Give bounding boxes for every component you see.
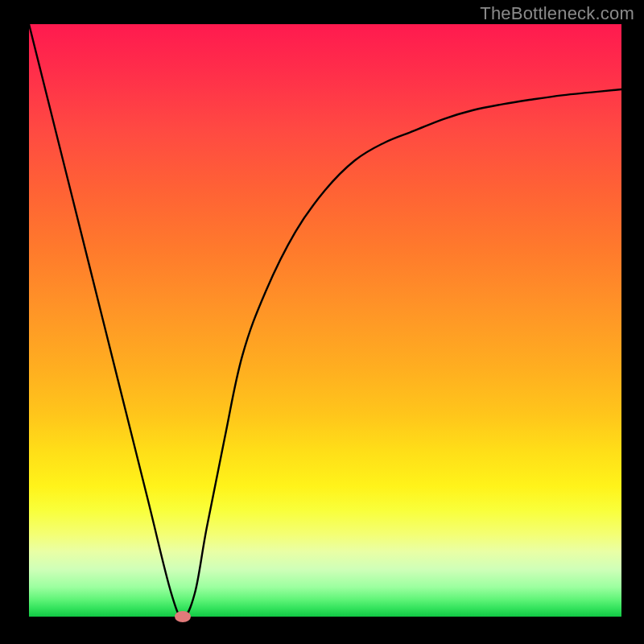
min-point-marker [175, 611, 191, 622]
bottleneck-curve [29, 24, 621, 617]
curve-layer [29, 24, 621, 617]
plot-area [29, 24, 621, 617]
chart-frame: TheBottleneck.com [0, 0, 644, 644]
watermark-text: TheBottleneck.com [480, 3, 634, 24]
